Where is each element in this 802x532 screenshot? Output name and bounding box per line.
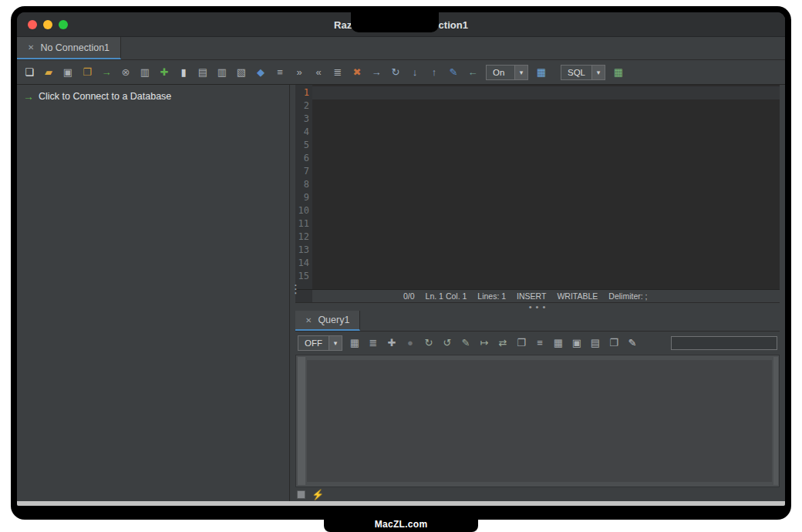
refresh-icon[interactable]: ↻ — [389, 66, 402, 79]
toolbar-icons: ❏▰▣❐→⊗▥✚▮▤▥▧◆≡»«≣✖→↻↓↑✎← — [23, 66, 479, 79]
doc-view-icon[interactable]: ▤ — [589, 337, 602, 349]
delete-icon[interactable]: ▮ — [177, 66, 190, 79]
status-writable: WRITABLE — [557, 291, 598, 301]
line-number: 10 — [295, 204, 309, 217]
paste-icon[interactable]: ▥ — [216, 66, 228, 79]
frame-view-icon[interactable]: ▣ — [571, 337, 583, 349]
copy-results-icon[interactable]: ❐ — [515, 337, 527, 349]
line-number: 12 — [295, 231, 309, 244]
add-row-icon[interactable]: ✚ — [386, 337, 398, 349]
line-number: 5 — [295, 139, 309, 152]
export-table-icon[interactable]: ▦ — [612, 66, 625, 79]
connect-arrow-icon: → — [23, 90, 34, 103]
results-scrollbar[interactable] — [773, 357, 778, 485]
add-connection-icon[interactable]: ✚ — [158, 66, 170, 79]
lightning-bolt-icon: ⚡ — [312, 490, 324, 500]
connect-icon[interactable]: → — [100, 66, 113, 79]
query-tab-label: Query1 — [318, 315, 349, 325]
connect-to-database-item[interactable]: → Click to Connect to a Database — [23, 90, 283, 103]
connect-message: Click to Connect to a Database — [39, 91, 171, 102]
pen-icon[interactable]: ✎ — [626, 337, 639, 349]
auto-commit-combo[interactable]: On ▾ — [486, 65, 528, 80]
window-bottom-edge[interactable] — [17, 501, 785, 506]
undo-icon[interactable]: ↺ — [441, 337, 453, 349]
editor-statusbar: 0/0 Ln. 1 Col. 1 Lines: 1 INSERT WRITABL… — [295, 290, 780, 303]
grid-icon[interactable]: ▦ — [349, 337, 361, 349]
vertical-splitter[interactable]: ⋮ — [290, 85, 295, 501]
line-number: 8 — [295, 178, 309, 191]
open-recent-icon[interactable]: ❐ — [81, 66, 93, 79]
swap-icon[interactable]: ⇄ — [497, 337, 509, 349]
camera-notch — [351, 6, 439, 32]
current-line-highlight — [312, 86, 780, 99]
status-mode: INSERT — [517, 291, 546, 301]
insert-column-icon[interactable]: ↦ — [478, 337, 490, 349]
format-sql-icon[interactable]: ◆ — [254, 66, 267, 79]
editor-text-area[interactable] — [312, 85, 780, 289]
auto-commit-value: On — [487, 66, 514, 79]
line-number: 1 — [295, 86, 309, 99]
status-cursor: Ln. 1 Col. 1 — [426, 291, 467, 301]
down-arrow-icon[interactable]: ↓ — [409, 66, 421, 79]
new-file-icon[interactable]: ❏ — [23, 66, 35, 79]
list-icon[interactable]: ≡ — [274, 66, 286, 79]
chevron-down-icon[interactable]: ▾ — [329, 336, 342, 350]
stop-icon[interactable]: ● — [404, 337, 416, 349]
duplicate-connection-icon[interactable]: ▥ — [139, 66, 151, 79]
results-grid — [307, 360, 772, 482]
up-arrow-icon[interactable]: ↑ — [428, 66, 440, 79]
edit-file-icon[interactable]: ✎ — [447, 66, 460, 79]
line-number: 4 — [295, 126, 309, 139]
query-tab-close-icon[interactable]: ✕ — [305, 316, 312, 325]
screenshot-stage: RazorSQL - No Connection1 ✕ No Connectio… — [0, 0, 802, 532]
open-file-icon[interactable]: ▰ — [42, 66, 55, 79]
tab-close-icon[interactable]: ✕ — [28, 43, 34, 52]
outdent-icon[interactable]: « — [312, 66, 325, 79]
line-number: 14 — [295, 257, 309, 270]
execute-icon[interactable]: → — [370, 66, 382, 79]
edit-cell-icon[interactable]: ✎ — [460, 337, 472, 349]
splitter-dots-icon[interactable]: • • • — [529, 305, 547, 309]
language-combo[interactable]: SQL ▾ — [561, 65, 605, 80]
tab-no-connection1[interactable]: ✕ No Connection1 — [17, 37, 121, 59]
row-limit-combo[interactable]: OFF ▾ — [298, 335, 342, 351]
tab-label: No Connection1 — [40, 42, 110, 53]
results-minibar: ⚡ — [295, 487, 780, 501]
results-checkbox[interactable] — [297, 490, 305, 499]
connections-panel: → Click to Connect to a Database — [17, 85, 290, 501]
razorsql-window: RazorSQL - No Connection1 ✕ No Connectio… — [17, 12, 785, 506]
line-number: 3 — [295, 113, 309, 126]
main-content: → Click to Connect to a Database ⋮ 12345… — [17, 85, 785, 501]
splitter-grip-icon[interactable]: ⋮ — [290, 284, 295, 295]
align-icon[interactable]: ≣ — [367, 337, 379, 349]
sql-editor: 123456789101112131415 — [295, 85, 780, 290]
justify-icon[interactable]: ≣ — [332, 66, 344, 79]
watermark: MacZL.com — [324, 517, 478, 532]
main-toolbar: ❏▰▣❐→⊗▥✚▮▤▥▧◆≡»«≣✖→↻↓↑✎← On ▾ ▦ SQL ▾ ▦ — [17, 60, 785, 85]
results-search-input[interactable] — [671, 336, 777, 350]
clipboard-icon[interactable]: ▧ — [235, 66, 248, 79]
chevron-down-icon[interactable]: ▾ — [591, 66, 605, 79]
line-number: 11 — [295, 217, 309, 231]
back-icon[interactable]: ← — [467, 66, 479, 79]
refresh-results-icon[interactable]: ↻ — [423, 337, 435, 349]
tab-query1[interactable]: ✕ Query1 — [295, 311, 360, 331]
list-results-icon[interactable]: ≡ — [534, 337, 546, 349]
status-position: 0/0 — [403, 291, 415, 301]
disconnect-icon[interactable]: ⊗ — [120, 66, 132, 79]
results-table-icon[interactable]: ▦ — [535, 66, 548, 79]
clear-text-icon[interactable]: ✖ — [351, 66, 363, 79]
copy-icon[interactable]: ▤ — [197, 66, 209, 79]
table-view-icon[interactable]: ▦ — [552, 337, 564, 349]
duplicate-doc-icon[interactable]: ❐ — [608, 337, 620, 349]
line-number: 9 — [295, 191, 309, 204]
query-results-area[interactable] — [295, 355, 780, 487]
chevron-down-icon[interactable]: ▾ — [514, 66, 527, 79]
editor-panel: 123456789101112131415 0/0 Ln. 1 Col. 1 L… — [295, 85, 785, 501]
line-number: 15 — [295, 270, 309, 283]
line-number: 7 — [295, 165, 309, 178]
horizontal-splitter[interactable]: • • • — [295, 303, 780, 311]
indent-icon[interactable]: » — [293, 66, 305, 79]
save-icon[interactable]: ▣ — [62, 66, 74, 79]
row-limit-value: OFF — [298, 336, 329, 350]
